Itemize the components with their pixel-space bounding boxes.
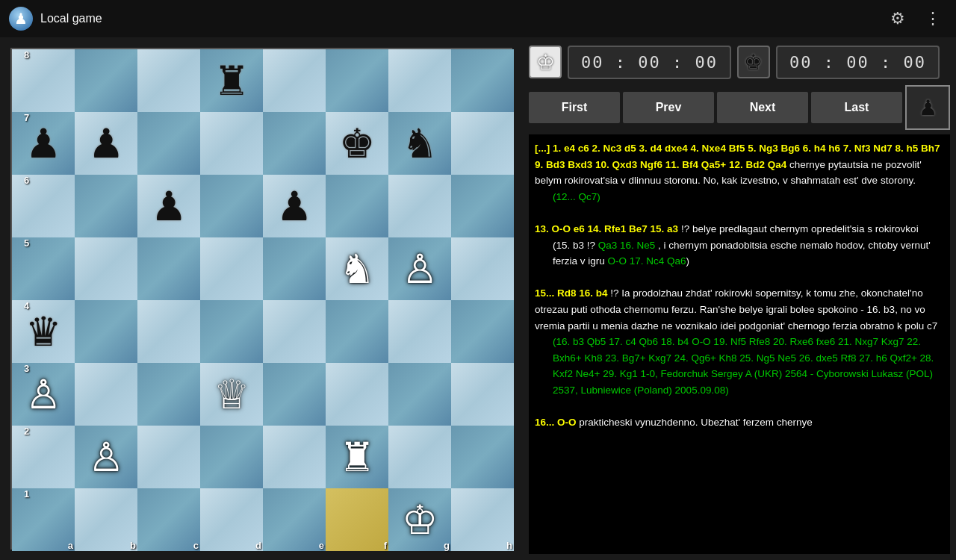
next-button[interactable]: Next (717, 92, 808, 123)
piece: ♞ (402, 123, 438, 164)
square-a4[interactable]: 4♛ (12, 300, 75, 363)
square-a3[interactable]: 3♙ (12, 363, 75, 426)
square-g6[interactable] (388, 175, 451, 237)
square-a7[interactable]: 7♟ (12, 112, 75, 175)
square-a6[interactable]: 6 (12, 175, 75, 237)
prev-button[interactable]: Prev (623, 92, 714, 123)
square-d7[interactable] (200, 112, 263, 175)
square-e3[interactable] (263, 363, 326, 426)
square-e7[interactable] (263, 112, 326, 175)
square-f2[interactable]: ♜ (326, 426, 388, 488)
square-e2[interactable] (263, 426, 326, 488)
move-text-cont3: 16... O-O (535, 417, 577, 428)
square-c7[interactable] (137, 112, 200, 175)
piece: ♙ (402, 249, 438, 289)
square-a2[interactable]: 2 (12, 426, 75, 488)
board-thumbnail: ♟ (905, 85, 950, 130)
square-c2[interactable] (137, 426, 200, 488)
piece: ♟ (25, 123, 61, 164)
piece: ♜ (339, 437, 375, 477)
square-g8[interactable] (388, 49, 451, 112)
square-d6[interactable] (200, 175, 263, 237)
chess-board[interactable]: 8♜7♟♟♚♞6♟♟5♞♙4♛3♙♕2♙♜1abcdefg♔h (10, 48, 512, 550)
piece: ♙ (25, 374, 61, 414)
square-b7[interactable]: ♟ (75, 112, 137, 175)
square-c5[interactable] (137, 237, 200, 300)
square-h5[interactable] (451, 237, 514, 300)
board-container: 8♜7♟♟♚♞6♟♟5♞♙4♛3♙♕2♙♜1abcdefg♔h (0, 37, 523, 560)
square-a5[interactable]: 5 (12, 237, 75, 300)
square-d5[interactable] (200, 237, 263, 300)
square-h7[interactable] (451, 112, 514, 175)
square-g4[interactable] (388, 300, 451, 363)
square-f6[interactable] (326, 175, 388, 237)
square-e5[interactable] (263, 237, 326, 300)
square-g7[interactable]: ♞ (388, 112, 451, 175)
last-button[interactable]: Last (811, 92, 902, 123)
settings-icon[interactable]: ⚙ (884, 6, 911, 31)
square-h2[interactable] (451, 426, 514, 488)
square-g2[interactable] (388, 426, 451, 488)
square-h3[interactable] (451, 363, 514, 426)
square-e6[interactable]: ♟ (263, 175, 326, 237)
square-d4[interactable] (200, 300, 263, 363)
titlebar: ♟ Local game ⚙ ⋮ (0, 0, 956, 37)
piece: ♔ (402, 500, 438, 540)
square-h6[interactable] (451, 175, 514, 237)
square-b1[interactable]: b (75, 488, 137, 551)
piece: ♟ (151, 186, 187, 226)
move-text-subvar1a: (15. b3 !? Qa3 16. Ne5 , i chernym ponad… (553, 237, 944, 270)
square-c6[interactable]: ♟ (137, 175, 200, 237)
square-f8[interactable] (326, 49, 388, 112)
first-button[interactable]: First (529, 92, 620, 123)
square-f5[interactable]: ♞ (326, 237, 388, 300)
move-text-var1: (12... Qc7) (553, 189, 944, 205)
file-labels (10, 550, 512, 560)
square-h4[interactable] (451, 300, 514, 363)
piece: ♟ (276, 186, 312, 226)
move-text-area[interactable]: [...] 1. e4 c6 2. Nc3 d5 3. d4 dxe4 4. N… (529, 134, 950, 554)
piece: ♞ (339, 249, 375, 289)
square-e8[interactable] (263, 49, 326, 112)
square-c3[interactable] (137, 363, 200, 426)
move-text-comment2: !? belye predlagaut chernym opredelit'si… (681, 223, 919, 234)
square-b4[interactable] (75, 300, 137, 363)
piece: ♙ (88, 437, 124, 477)
piece: ♜ (214, 60, 249, 101)
square-c1[interactable]: c (137, 488, 200, 551)
move-text-cont2: 15... Rd8 16. b4 (535, 287, 608, 299)
square-b2[interactable]: ♙ (75, 426, 137, 488)
square-h1[interactable]: h (451, 488, 514, 551)
square-c8[interactable] (137, 49, 200, 112)
piece: ♟ (88, 123, 124, 164)
nav-row: First Prev Next Last (529, 92, 902, 123)
square-e1[interactable]: e (263, 488, 326, 551)
square-e4[interactable] (263, 300, 326, 363)
black-clock: 00 : 00 : 00 (776, 46, 940, 79)
white-player-icon: ♔ (529, 46, 562, 78)
square-f4[interactable] (326, 300, 388, 363)
square-g3[interactable] (388, 363, 451, 426)
square-f3[interactable] (326, 363, 388, 426)
square-d1[interactable]: d (200, 488, 263, 551)
app-icon: ♟ (9, 7, 33, 31)
white-clock: 00 : 00 : 00 (568, 46, 731, 79)
square-b5[interactable] (75, 237, 137, 300)
square-d2[interactable] (200, 426, 263, 488)
square-b6[interactable] (75, 175, 137, 237)
square-b3[interactable] (75, 363, 137, 426)
square-h8[interactable] (451, 49, 514, 112)
square-d3[interactable]: ♕ (200, 363, 263, 426)
square-g5[interactable]: ♙ (388, 237, 451, 300)
square-c4[interactable] (137, 300, 200, 363)
square-a1[interactable]: 1a (12, 488, 75, 551)
square-a8[interactable]: 8 (12, 49, 75, 112)
rank-label-6: 6 (24, 175, 29, 186)
square-d8[interactable]: ♜ (200, 49, 263, 112)
square-f1[interactable]: f (326, 488, 388, 551)
square-b8[interactable] (75, 49, 137, 112)
piece: ♕ (214, 374, 249, 414)
square-f7[interactable]: ♚ (326, 112, 388, 175)
square-g1[interactable]: g♔ (388, 488, 451, 551)
menu-icon[interactable]: ⋮ (919, 6, 947, 31)
